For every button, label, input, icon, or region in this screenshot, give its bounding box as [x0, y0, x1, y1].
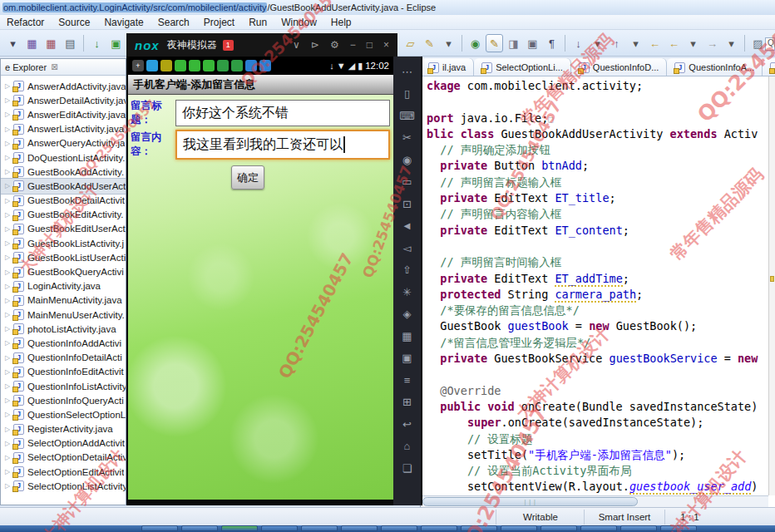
dropdown-icon[interactable]: ▾ — [589, 34, 606, 52]
explorer-item[interactable]: ▷JphotoListActivity.java — [1, 322, 126, 336]
screenshot-scissors-icon[interactable]: ✂ — [393, 127, 421, 150]
explorer-item[interactable]: ▷JSelectOptionEditActivit — [1, 465, 126, 479]
taskbar-button[interactable] — [501, 525, 537, 531]
menu-window[interactable]: Window — [281, 17, 317, 28]
menu-source[interactable]: Source — [58, 17, 90, 28]
explorer-item[interactable]: ▷JAnswerEditActivity.java — [1, 107, 126, 121]
show-whitespace-icon[interactable]: ¶ — [543, 34, 560, 52]
mouse-icon[interactable]: ◈ — [393, 303, 421, 326]
menu-navigate[interactable]: Navigate — [104, 17, 143, 28]
format-icon[interactable]: ✎ — [486, 34, 503, 52]
package-explorer-tab[interactable]: e Explorer ⊠ — [1, 59, 126, 76]
taskbar-button[interactable] — [181, 525, 218, 531]
menu-help[interactable]: Help — [331, 17, 352, 28]
maximize-icon[interactable]: □ — [367, 39, 373, 51]
taskbar-button[interactable] — [341, 525, 378, 531]
window-icon[interactable]: ▭ — [393, 171, 421, 194]
share-apk-icon[interactable]: ⇧ — [393, 259, 421, 282]
editor-tab[interactable]: JQuestionInfoD... — [571, 58, 668, 76]
dropdown-icon[interactable]: ▾ — [4, 34, 22, 52]
save-icon[interactable]: ▦ — [23, 34, 41, 52]
menu-icon[interactable]: ≡ — [393, 369, 421, 392]
explorer-item[interactable]: ▷JMainMenuActivity.java — [1, 293, 126, 308]
explorer-item[interactable]: ▷JQuestionInfoDetailActi — [1, 351, 126, 365]
dropdown-icon[interactable]: ▾ — [440, 34, 457, 52]
tab-decoration-icon[interactable]: ⊠ — [51, 62, 57, 71]
explorer-item[interactable]: ▷JSelectOptionDetailActiv — [1, 451, 126, 465]
explorer-item[interactable]: ▷JMainMenuUserActivity. — [1, 308, 126, 322]
settings-gear-icon[interactable]: ⚙ — [330, 39, 339, 51]
taskbar-button[interactable] — [580, 525, 617, 531]
taskbar-button[interactable] — [261, 525, 298, 531]
camera-icon[interactable]: ▣ — [393, 347, 421, 370]
volume-up-icon[interactable]: ◄ — [393, 215, 421, 238]
explorer-item[interactable]: ▷JGuestBookEditActivity. — [1, 208, 126, 222]
more-icon[interactable]: ⋯ — [393, 61, 421, 83]
explorer-item[interactable]: ▷JGuestBookEditUserAct — [1, 222, 126, 236]
explorer-item[interactable]: ▷JGuestBookListUserActi — [1, 250, 126, 264]
explorer-item[interactable]: ▷JQuestionInfoAddActivi — [1, 336, 126, 350]
android-sdk-icon[interactable]: ▣ — [107, 34, 125, 52]
prev-annotation-icon[interactable]: ↑ — [608, 34, 625, 52]
volume-down-icon[interactable]: ◅ — [393, 237, 421, 259]
debug-icon[interactable]: ◉ — [466, 34, 484, 52]
explorer-item[interactable]: ▷JQuestionInfoEditActivit — [1, 365, 126, 379]
jar-icon[interactable]: ◨ — [505, 34, 522, 52]
mark-occurrences-icon[interactable]: ▣ — [524, 34, 541, 52]
install-icon[interactable]: ↓ — [88, 34, 106, 52]
horizontal-scrollbar[interactable]: | | | — [421, 495, 768, 507]
back-icon[interactable]: ← — [665, 34, 683, 52]
dropdown-icon[interactable]: ▾ — [684, 34, 702, 52]
menu-search[interactable]: Search — [158, 17, 190, 28]
zoom-add-icon[interactable]: ⊞ — [393, 392, 421, 414]
keyboard-icon[interactable]: ⌨ — [393, 105, 421, 127]
quick-access-field[interactable]: Q — [765, 37, 775, 51]
taskbar-button[interactable] — [660, 525, 697, 531]
editor-tab[interactable]: JQuestionInfoA... — [667, 58, 763, 76]
brush-icon[interactable]: ✎ — [421, 34, 438, 52]
dropdown-icon[interactable]: ▾ — [723, 34, 740, 52]
pin-icon[interactable]: ⊳ — [311, 39, 319, 51]
next-annotation-icon[interactable]: ↓ — [570, 34, 587, 52]
minimize-icon[interactable]: − — [350, 39, 356, 51]
taskbar-button[interactable] — [381, 525, 417, 531]
editor-tab[interactable]: J — [763, 58, 775, 76]
explorer-item[interactable]: ▷JAnswerQueryActivity.ja — [1, 136, 126, 150]
menu-project[interactable]: Project — [204, 17, 234, 28]
taskbar-button[interactable] — [141, 525, 178, 531]
editor-tab[interactable]: Jil.java — [421, 58, 474, 76]
explorer-item[interactable]: ▷JSelectOptionAddActivit — [1, 436, 126, 451]
recents-icon[interactable]: ❏ — [393, 457, 421, 480]
explorer-item[interactable]: ▷JAnswerAddActivity.java — [1, 79, 126, 93]
taskbar-button[interactable] — [221, 525, 258, 531]
explorer-item[interactable]: ▷JGuestBookListActivity.j — [1, 236, 126, 250]
explorer-item[interactable]: ▷JGuestBookQueryActivi — [1, 264, 126, 278]
explorer-item[interactable]: ▷JRegisterActivity.java — [1, 422, 126, 436]
home-icon[interactable]: ⌂ — [393, 436, 421, 458]
explorer-item[interactable]: ▷JAnswerListActivity.java — [1, 122, 126, 136]
editor-tab[interactable]: JSelectOptionLi... — [474, 58, 571, 76]
back-icon[interactable]: ↩ — [393, 413, 421, 436]
sync-icon[interactable]: ✳ — [393, 281, 421, 303]
video-record-icon[interactable]: ▦ — [393, 325, 421, 347]
explorer-item[interactable]: ▷JQuestionSelectOptionL — [1, 407, 126, 421]
explorer-item[interactable]: ▷JDoQuestionListActivity. — [1, 150, 126, 165]
chevron-down-icon[interactable]: ∨ — [293, 39, 300, 51]
content-input[interactable]: 我这里看到我的工资还可以 — [175, 130, 390, 160]
dropdown-icon[interactable]: ▾ — [627, 34, 644, 52]
taskbar-button[interactable] — [541, 525, 577, 531]
explorer-item[interactable]: ▷JQuestionInfoListActivity — [1, 379, 126, 393]
code-view[interactable]: ckage com.mobileclient.activity;port jav… — [421, 76, 768, 495]
explorer-item[interactable]: ▷JGuestBookDetailActivit — [1, 194, 126, 208]
explorer-item[interactable]: ▷JAnswerDetailActivity.jav — [1, 93, 126, 107]
save-all-icon[interactable]: ▦ — [42, 34, 60, 52]
taskbar-button[interactable] — [421, 525, 457, 531]
fullscreen-icon[interactable]: ⊡ — [393, 193, 421, 215]
explorer-item[interactable]: ▷JSelectOptionListActivity — [1, 479, 126, 493]
title-input[interactable]: 你好这个系统不错 — [175, 100, 390, 126]
forward-icon[interactable]: → — [703, 34, 721, 52]
notification-badge[interactable]: 1 — [223, 40, 234, 51]
perspective-icon[interactable]: ▨ — [749, 34, 767, 52]
scrollbar-thumb[interactable]: | | | — [422, 497, 638, 506]
taskbar-button[interactable] — [461, 525, 497, 531]
